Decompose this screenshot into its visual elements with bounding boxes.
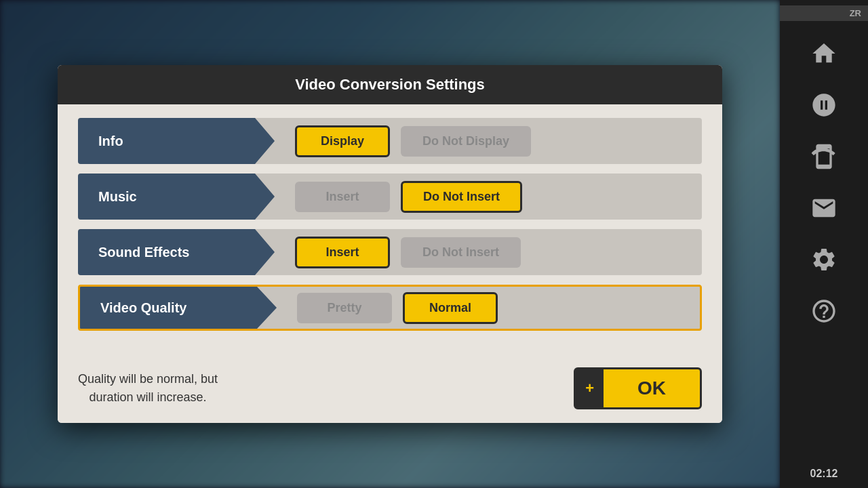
setting-options-sound-effects: Insert Do Not Insert [275,237,702,268]
music-insert-button[interactable]: Insert [295,182,390,212]
setting-options-video-quality: Pretty Normal [277,292,700,324]
setting-row-info: Info Display Do Not Display [78,118,702,164]
sidebar-zr-tab: ZR [780,5,868,21]
video-quality-pretty-button[interactable]: Pretty [297,293,392,323]
zr-label: ZR [850,8,861,18]
video-quality-normal-button[interactable]: Normal [403,292,498,324]
ok-plus-icon: + [576,371,604,405]
settings-gear-icon[interactable] [804,239,844,280]
modal-dialog: Video Conversion Settings Info Display D… [58,65,722,423]
info-display-button[interactable]: Display [295,125,390,157]
ok-button-container[interactable]: + OK [574,367,702,409]
setting-label-info: Info [78,118,275,164]
modal-body: Info Display Do Not Display Music Insert… [58,104,722,361]
sound-effects-insert-button[interactable]: Insert [295,237,390,268]
modal-title: Video Conversion Settings [58,65,722,104]
setting-label-sound-effects: Sound Effects [78,229,275,275]
sidebar-time: 02:12 [810,468,838,480]
setting-options-music: Insert Do Not Insert [275,181,702,213]
info-do-not-display-button[interactable]: Do Not Display [401,126,531,157]
setting-row-sound-effects: Sound Effects Insert Do Not Insert [78,229,702,275]
setting-options-info: Display Do Not Display [275,125,702,157]
sound-effects-do-not-insert-button[interactable]: Do Not Insert [401,237,521,268]
modal-overlay: Video Conversion Settings Info Display D… [0,0,780,488]
handheld-icon[interactable] [804,136,844,177]
modal-bottom: Quality will be normal, but duration wil… [58,361,722,423]
mail-icon[interactable] [804,188,844,228]
setting-row-video-quality: Video Quality Pretty Normal [78,285,702,331]
sidebar: ZR 02:12 [780,0,868,488]
modal-description: Quality will be normal, but duration wil… [78,370,218,407]
profile-icon[interactable] [804,85,844,125]
setting-row-music: Music Insert Do Not Insert [78,174,702,220]
setting-label-music: Music [78,174,275,220]
setting-label-video-quality: Video Quality [80,287,277,329]
ok-button[interactable]: OK [604,369,700,407]
help-icon[interactable] [804,291,844,331]
home-icon[interactable] [804,33,844,74]
music-do-not-insert-button[interactable]: Do Not Insert [401,181,522,213]
